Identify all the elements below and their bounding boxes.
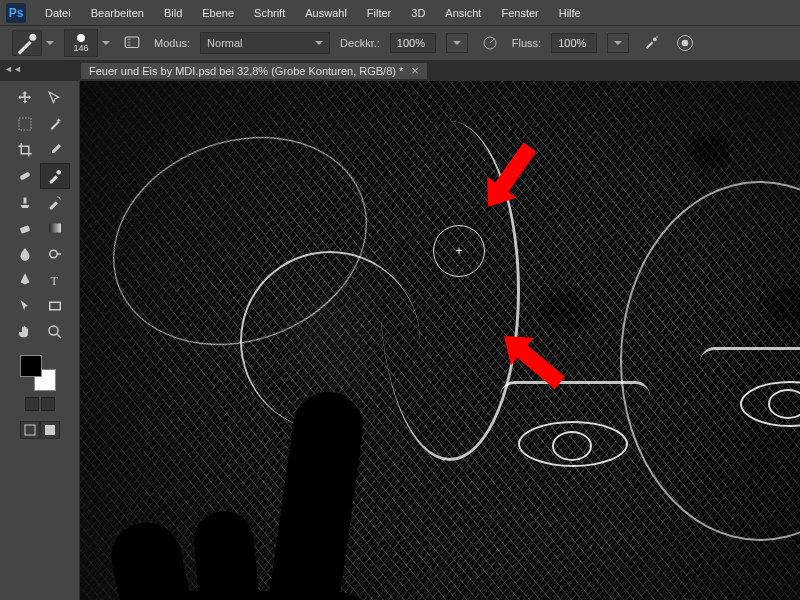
modus-label: Modus: <box>154 37 190 49</box>
opacity-field[interactable]: 100% <box>390 33 436 53</box>
blend-mode-dropdown[interactable]: Normal <box>200 32 330 54</box>
brush-size-value: 146 <box>73 43 88 53</box>
path-selection-tool[interactable] <box>10 293 40 319</box>
opacity-label: Deckkr.: <box>340 37 380 49</box>
close-tab-button[interactable]: × <box>411 66 419 76</box>
opacity-dropdown-button[interactable] <box>446 33 468 53</box>
svg-rect-14 <box>49 302 60 310</box>
brow-right <box>700 347 800 377</box>
rectangle-tool[interactable] <box>40 293 70 319</box>
gradient-tool[interactable] <box>40 215 70 241</box>
menubar: Ps Datei Bearbeiten Bild Ebene Schrift A… <box>0 0 800 25</box>
flow-field[interactable]: 100% <box>551 33 597 53</box>
menu-ebene[interactable]: Ebene <box>193 4 243 22</box>
quickmask-icon[interactable] <box>20 421 40 439</box>
dodge-tool[interactable] <box>40 241 70 267</box>
history-brush-tool[interactable] <box>40 189 70 215</box>
artboard-tool[interactable] <box>40 85 70 111</box>
move-tool[interactable] <box>10 85 40 111</box>
menu-auswahl[interactable]: Auswahl <box>296 4 356 22</box>
airbrush-icon[interactable] <box>639 31 663 55</box>
chevron-down-icon <box>614 41 622 45</box>
menu-bild[interactable]: Bild <box>155 4 191 22</box>
svg-point-12 <box>49 250 57 258</box>
crop-tool[interactable] <box>10 137 40 163</box>
brush-size-picker[interactable]: 146 <box>64 29 98 57</box>
menu-fenster[interactable]: Fenster <box>492 4 547 22</box>
type-tool[interactable]: T <box>40 267 70 293</box>
current-tool-preset[interactable] <box>12 30 42 56</box>
brush-preview-icon <box>77 34 85 42</box>
chevron-down-icon <box>315 41 323 45</box>
brush-tool[interactable] <box>40 163 70 189</box>
app-logo: Ps <box>6 3 26 23</box>
svg-rect-16 <box>25 425 35 435</box>
screenmode-icon[interactable] <box>40 421 60 439</box>
svg-point-6 <box>682 40 689 47</box>
iris-left <box>552 431 592 461</box>
marquee-tool[interactable] <box>10 111 40 137</box>
svg-point-9 <box>56 170 61 175</box>
chevron-down-icon[interactable] <box>46 41 54 45</box>
svg-point-15 <box>49 326 58 335</box>
chevron-down-icon <box>453 41 461 45</box>
menu-bearbeiten[interactable]: Bearbeiten <box>82 4 153 22</box>
svg-rect-10 <box>19 225 30 234</box>
menu-schrift[interactable]: Schrift <box>245 4 294 22</box>
brush-panel-toggle-icon[interactable] <box>120 31 144 55</box>
blend-mode-value: Normal <box>207 37 242 49</box>
svg-rect-1 <box>125 37 139 48</box>
pressure-size-icon[interactable] <box>673 31 697 55</box>
hand-tool[interactable] <box>10 319 40 345</box>
document-tab-bar: ◄◄ Feuer und Eis by MDI.psd bei 32,8% (G… <box>0 61 800 81</box>
flow-label: Fluss: <box>512 37 541 49</box>
collapse-panel-icon[interactable]: ◄◄ <box>4 64 22 74</box>
menu-datei[interactable]: Datei <box>36 4 80 22</box>
zoom-tool[interactable] <box>40 319 70 345</box>
default-colors-icon[interactable] <box>25 397 39 411</box>
color-swatches[interactable] <box>18 353 62 393</box>
swatch-reset-swap <box>25 397 55 411</box>
document-tab[interactable]: Feuer und Eis by MDI.psd bei 32,8% (Grob… <box>80 62 428 80</box>
menu-filter[interactable]: Filter <box>358 4 400 22</box>
menu-ansicht[interactable]: Ansicht <box>436 4 490 22</box>
options-bar: 146 Modus: Normal Deckkr.: 100% Fluss: 1… <box>0 25 800 61</box>
screen-mode-bar <box>20 421 60 439</box>
chevron-down-icon[interactable] <box>102 41 110 45</box>
blur-tool[interactable] <box>10 241 40 267</box>
document-canvas[interactable] <box>80 81 800 600</box>
document-tab-title: Feuer und Eis by MDI.psd bei 32,8% (Grob… <box>89 65 403 77</box>
svg-rect-7 <box>19 118 31 130</box>
magic-wand-tool[interactable] <box>40 111 70 137</box>
svg-point-0 <box>29 34 36 41</box>
svg-rect-11 <box>49 224 61 233</box>
svg-rect-17 <box>45 425 55 435</box>
svg-text:T: T <box>50 274 58 288</box>
eyedropper-tool[interactable] <box>40 137 70 163</box>
menu-3d[interactable]: 3D <box>402 4 434 22</box>
eraser-tool[interactable] <box>10 215 40 241</box>
brow-left <box>500 381 650 411</box>
svg-point-4 <box>656 36 658 38</box>
flow-dropdown-button[interactable] <box>607 33 629 53</box>
svg-point-3 <box>653 37 657 41</box>
iris-right <box>768 389 800 419</box>
opacity-value: 100% <box>397 37 425 49</box>
healing-brush-tool[interactable] <box>10 163 40 189</box>
pen-tool[interactable] <box>10 267 40 293</box>
swap-colors-icon[interactable] <box>41 397 55 411</box>
svg-rect-8 <box>19 171 30 180</box>
flow-value: 100% <box>558 37 586 49</box>
pressure-opacity-icon[interactable] <box>478 31 502 55</box>
tools-panel: T <box>0 81 80 600</box>
menu-hilfe[interactable]: Hilfe <box>550 4 590 22</box>
clone-stamp-tool[interactable] <box>10 189 40 215</box>
foreground-color-swatch[interactable] <box>20 355 42 377</box>
